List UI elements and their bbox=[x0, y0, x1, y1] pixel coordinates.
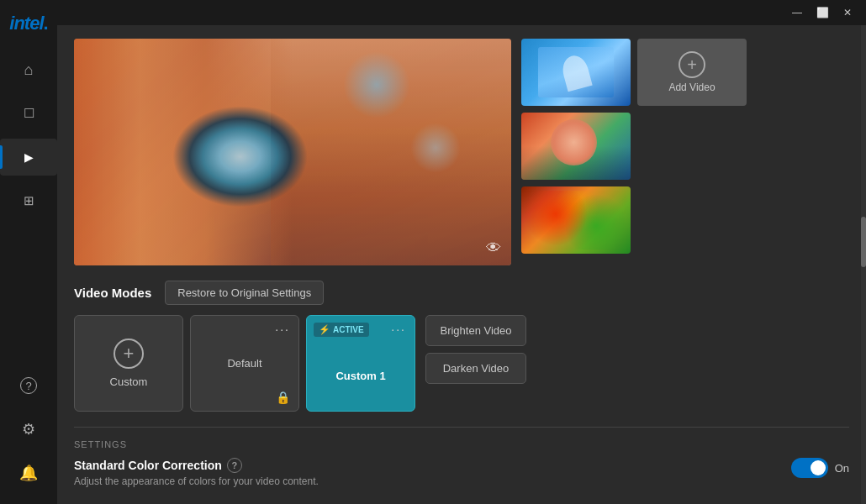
sidebar-item-display[interactable]: ☐ bbox=[0, 95, 57, 132]
content-area: 👁 + Add Video bbox=[57, 25, 866, 504]
bokeh-effect-1 bbox=[343, 51, 410, 118]
add-custom-card[interactable]: + Custom bbox=[74, 315, 183, 412]
sidebar-item-settings[interactable]: ⚙ bbox=[19, 411, 38, 448]
thumbnail-row-middle bbox=[521, 113, 747, 180]
brighten-video-button[interactable]: Brighten Video bbox=[425, 315, 526, 346]
active-badge-text: ACTIVE bbox=[333, 325, 364, 334]
sidebar: intel. ⌂ ☐ ▶ ⊞ ? ⚙ 🔔 bbox=[0, 0, 57, 504]
sidebar-item-video[interactable]: ▶ bbox=[0, 139, 57, 176]
bell-icon: 🔔 bbox=[19, 464, 38, 482]
color-correction-info: Standard Color Correction ? Adjust the a… bbox=[74, 458, 791, 487]
home-icon: ⌂ bbox=[24, 61, 34, 79]
logo-dot: . bbox=[44, 13, 48, 34]
toggle-knob bbox=[811, 460, 826, 475]
darken-video-button[interactable]: Darken Video bbox=[425, 353, 526, 384]
color-correction-name-row: Standard Color Correction ? bbox=[74, 458, 791, 473]
thumbnail-sports[interactable] bbox=[521, 39, 631, 106]
default-mode-card[interactable]: ··· Default 🔒 bbox=[190, 315, 299, 412]
modes-header: Video Modes Restore to Original Settings bbox=[74, 281, 849, 305]
thumbnail-people[interactable] bbox=[521, 113, 631, 180]
logo-text: intel bbox=[9, 13, 43, 34]
add-custom-icon: + bbox=[114, 339, 144, 369]
help-icon: ? bbox=[20, 377, 37, 394]
mode-cards-container: + Custom ··· Default 🔒 ⚡ ACTIVE ··· Cust… bbox=[74, 315, 849, 412]
thumbnail-row-bottom bbox=[521, 186, 747, 254]
add-video-label: Add Video bbox=[668, 81, 715, 93]
sidebar-item-home[interactable]: ⌂ bbox=[0, 51, 57, 88]
side-buttons: Brighten Video Darken Video bbox=[425, 315, 526, 384]
minimize-button[interactable]: — bbox=[785, 3, 809, 22]
video-background bbox=[74, 39, 511, 265]
color-correction-name: Standard Color Correction bbox=[74, 459, 222, 472]
sidebar-item-apps[interactable]: ⊞ bbox=[0, 182, 57, 219]
video-visibility-icon[interactable]: 👁 bbox=[486, 239, 501, 257]
nav-items: ⌂ ☐ ▶ ⊞ bbox=[0, 51, 57, 367]
main-content: — ⬜ ✕ 👁 bbox=[57, 0, 866, 504]
add-video-button[interactable]: + Add Video bbox=[637, 39, 747, 106]
add-custom-label: Custom bbox=[110, 375, 148, 388]
scrollbar[interactable] bbox=[861, 25, 866, 504]
custom1-card-menu[interactable]: ··· bbox=[391, 323, 406, 336]
thumbnail-food[interactable] bbox=[521, 186, 631, 254]
sidebar-item-notifications[interactable]: 🔔 bbox=[19, 454, 38, 491]
modes-title: Video Modes bbox=[74, 286, 151, 300]
lock-icon: 🔒 bbox=[276, 391, 290, 404]
default-card-label: Default bbox=[227, 357, 261, 370]
color-correction-toggle[interactable] bbox=[791, 458, 828, 478]
restore-button[interactable]: Restore to Original Settings bbox=[165, 281, 324, 305]
video-section: 👁 + Add Video bbox=[74, 39, 849, 265]
color-correction-help-icon[interactable]: ? bbox=[227, 458, 242, 473]
sidebar-bottom: ? ⚙ 🔔 bbox=[19, 367, 38, 491]
thumbnail-list: + Add Video bbox=[521, 39, 747, 265]
close-button[interactable]: ✕ bbox=[836, 3, 859, 22]
scrollbar-thumb[interactable] bbox=[861, 217, 866, 267]
apps-icon: ⊞ bbox=[24, 193, 34, 208]
main-video-player[interactable]: 👁 bbox=[74, 39, 511, 265]
bolt-icon: ⚡ bbox=[319, 324, 330, 335]
sidebar-item-help[interactable]: ? bbox=[19, 367, 38, 404]
settings-label: SETTINGS bbox=[74, 439, 849, 449]
settings-section: SETTINGS Standard Color Correction ? Adj… bbox=[74, 427, 849, 487]
maximize-button[interactable]: ⬜ bbox=[811, 3, 834, 22]
color-correction-row: Standard Color Correction ? Adjust the a… bbox=[74, 458, 849, 487]
toggle-container: On bbox=[791, 458, 849, 478]
custom1-card-label: Custom 1 bbox=[335, 370, 385, 382]
default-card-menu[interactable]: ··· bbox=[275, 323, 290, 336]
display-icon: ☐ bbox=[24, 106, 34, 121]
bokeh-effect-2 bbox=[410, 123, 461, 173]
active-badge: ⚡ ACTIVE bbox=[314, 323, 369, 337]
add-circle-icon: + bbox=[679, 51, 705, 78]
toggle-on-label: On bbox=[835, 462, 849, 475]
thumbnail-row-top: + Add Video bbox=[521, 39, 747, 106]
video-icon: ▶ bbox=[24, 150, 34, 164]
title-bar: — ⬜ ✕ bbox=[57, 0, 866, 25]
gear-icon: ⚙ bbox=[22, 420, 35, 438]
color-correction-desc: Adjust the appearance of colors for your… bbox=[74, 475, 791, 487]
intel-logo: intel. bbox=[9, 13, 47, 34]
custom1-mode-card[interactable]: ⚡ ACTIVE ··· Custom 1 bbox=[306, 315, 415, 412]
